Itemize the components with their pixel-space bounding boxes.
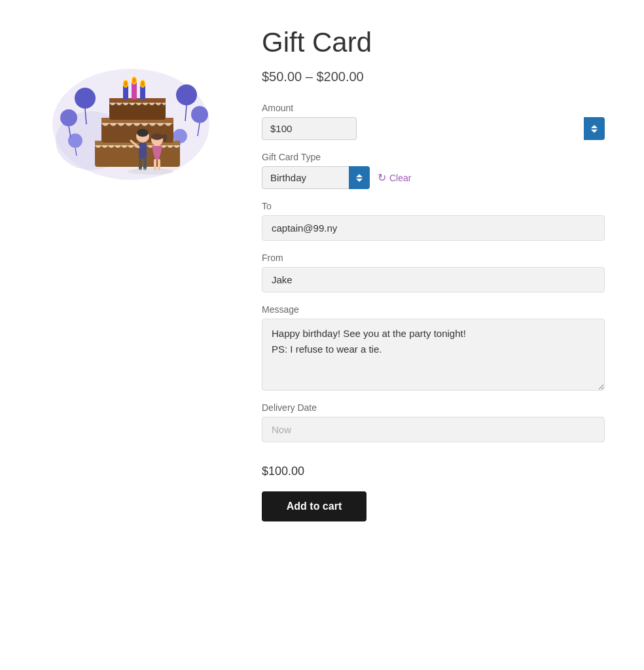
svg-point-28: [141, 81, 145, 86]
to-field-group: To: [262, 201, 605, 241]
product-detail-column: Gift Card $50.00 – $200.00 Amount $50 $1…: [262, 26, 605, 521]
to-label: To: [262, 201, 605, 211]
svg-rect-31: [139, 157, 142, 170]
clear-button-label: Clear: [389, 173, 411, 183]
amount-select[interactable]: $50 $100 $150 $200: [262, 117, 357, 140]
gift-card-type-field-group: Gift Card Type Birthday Holiday Thank Yo…: [262, 152, 605, 189]
amount-spinner-up-icon: [591, 125, 598, 128]
svg-point-8: [176, 84, 197, 105]
svg-point-38: [151, 133, 163, 140]
add-to-cart-label: Add to cart: [287, 501, 342, 512]
amount-spinner-button[interactable]: [584, 117, 605, 140]
svg-point-4: [60, 109, 77, 126]
svg-rect-32: [143, 157, 147, 170]
refresh-icon: ↻: [378, 171, 386, 184]
page-container: Gift Card $50.00 – $200.00 Amount $50 $1…: [0, 0, 644, 548]
gift-card-type-label: Gift Card Type: [262, 152, 605, 162]
total-price: $100.00: [262, 465, 605, 478]
svg-point-26: [133, 78, 136, 83]
gift-card-type-row: Birthday Holiday Thank You Congratulatio…: [262, 166, 605, 189]
svg-rect-21: [132, 82, 137, 99]
message-textarea[interactable]: Happy birthday! See you at the party ton…: [262, 319, 605, 391]
type-spinner-up-icon: [356, 174, 363, 177]
add-to-cart-button[interactable]: Add to cart: [262, 491, 367, 521]
message-label: Message: [262, 304, 605, 315]
clear-button[interactable]: ↻ Clear: [378, 171, 411, 184]
delivery-date-input[interactable]: [262, 417, 605, 442]
type-spinner-down-icon: [356, 179, 363, 182]
price-range: $50.00 – $200.00: [262, 69, 605, 84]
illustration-column: [39, 26, 223, 183]
product-title: Gift Card: [262, 26, 605, 59]
svg-point-24: [124, 81, 128, 86]
amount-spinner-down-icon: [591, 130, 598, 133]
delivery-date-field-group: Delivery Date: [262, 402, 605, 442]
svg-point-6: [68, 133, 82, 148]
product-illustration: [46, 39, 216, 183]
birthday-illustration-svg: [46, 39, 216, 183]
type-select-wrapper: Birthday Holiday Thank You Congratulatio…: [262, 166, 370, 189]
svg-point-34: [137, 129, 149, 137]
delivery-date-label: Delivery Date: [262, 402, 605, 413]
amount-label: Amount: [262, 103, 605, 113]
from-input[interactable]: [262, 267, 605, 292]
svg-rect-19: [109, 98, 166, 103]
message-field-group: Message Happy birthday! See you at the p…: [262, 304, 605, 391]
svg-point-39: [128, 168, 173, 175]
amount-select-wrapper: $50 $100 $150 $200: [262, 117, 605, 140]
svg-point-10: [191, 106, 208, 123]
svg-rect-30: [139, 143, 147, 159]
to-input[interactable]: [262, 215, 605, 241]
amount-field-group: Amount $50 $100 $150 $200: [262, 103, 605, 140]
type-spinner-button[interactable]: [349, 166, 370, 189]
svg-point-2: [75, 88, 96, 109]
from-label: From: [262, 253, 605, 263]
from-field-group: From: [262, 253, 605, 292]
